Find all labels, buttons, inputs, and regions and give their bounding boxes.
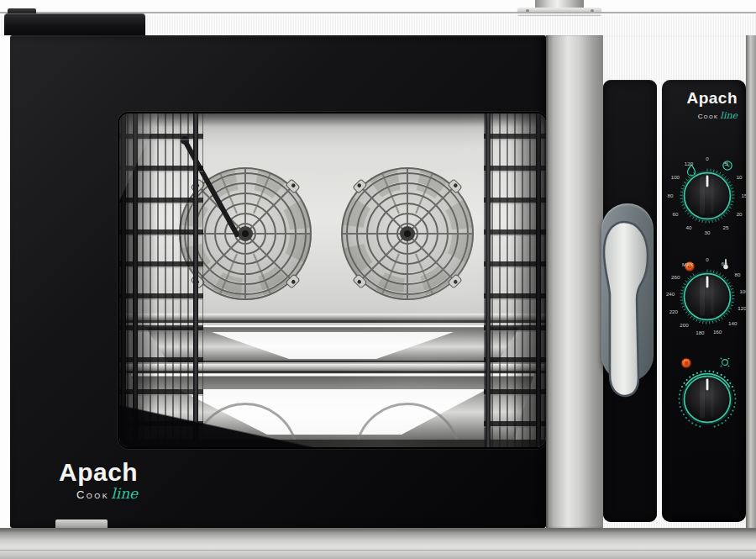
temperature-knob-group: 06080100120140160180200220240260MAX (662, 253, 746, 345)
timer-knob[interactable]: 051015202530406080100120 (664, 152, 751, 240)
svg-text:40: 40 (686, 224, 692, 230)
rack-shadow (119, 113, 203, 447)
svg-text:25: 25 (723, 224, 729, 230)
svg-text:MAX: MAX (682, 261, 693, 267)
svg-text:220: 220 (669, 309, 679, 314)
fan-right (341, 167, 474, 300)
rack-shadow (484, 113, 546, 447)
brand-sub-line: line (111, 485, 138, 502)
right-frame-edge (746, 35, 756, 528)
door-edge-steel-strip (546, 35, 603, 528)
panel-brand-logo: Apach Cookline (686, 90, 738, 121)
oven-chamber-interior (119, 113, 546, 447)
fan-left (179, 167, 312, 300)
oven-door: Apach Cookline (10, 35, 546, 528)
baking-tray-upper (144, 325, 521, 362)
door-glass-window (118, 112, 548, 449)
svg-text:160: 160 (713, 329, 722, 335)
door-hinge-top (4, 13, 145, 35)
brand-name: Apach (686, 90, 738, 106)
svg-text:200: 200 (680, 322, 689, 328)
svg-text:80: 80 (734, 272, 740, 277)
convection-oven-photo: Apach Cookline Apach (0, 0, 756, 559)
svg-text:30: 30 (705, 229, 711, 235)
svg-text:180: 180 (696, 330, 705, 335)
svg-text:120: 120 (685, 161, 694, 166)
tray-rack-right (484, 113, 546, 447)
door-handle[interactable] (601, 219, 653, 399)
svg-text:0: 0 (706, 256, 709, 262)
svg-text:80: 80 (668, 192, 674, 198)
temperature-knob[interactable]: 06080100120140160180200220240260MAX (664, 253, 751, 340)
svg-text:240: 240 (666, 291, 675, 297)
brand-sub-line: line (720, 110, 738, 121)
svg-text:260: 260 (671, 274, 680, 280)
svg-text:140: 140 (728, 320, 738, 326)
humidity-knob-group (662, 356, 746, 448)
svg-text:0: 0 (706, 156, 709, 161)
svg-text:60: 60 (722, 261, 727, 266)
svg-text:10: 10 (737, 174, 743, 180)
chamber-shadow (119, 113, 546, 127)
probe-mount (181, 136, 189, 145)
humidity-knob[interactable] (664, 356, 751, 443)
timer-knob-group: 051015202530406080100120 (662, 152, 746, 245)
tray-rack-bars (119, 314, 546, 373)
brand-name: Apach (59, 460, 138, 485)
svg-text:5: 5 (724, 161, 727, 166)
plinth-seam (0, 550, 756, 551)
temperature-probe (186, 144, 237, 235)
svg-text:20: 20 (737, 211, 743, 217)
svg-text:100: 100 (671, 174, 680, 180)
brand-sub-cook: Cook (76, 488, 109, 501)
control-panel: Apach Cookline 051015202530406080100120 (662, 80, 746, 522)
oven-front: Apach Cookline Apach (0, 35, 756, 528)
svg-text:60: 60 (672, 211, 678, 217)
door-brand-logo: Apach Cookline (59, 460, 138, 501)
glass-reflection-wedge (119, 405, 312, 447)
tray-rack-left (119, 113, 203, 447)
brand-sub-cook: Cook (698, 113, 719, 120)
baking-tray-lower (119, 374, 546, 447)
bottom-plinth (0, 528, 756, 559)
